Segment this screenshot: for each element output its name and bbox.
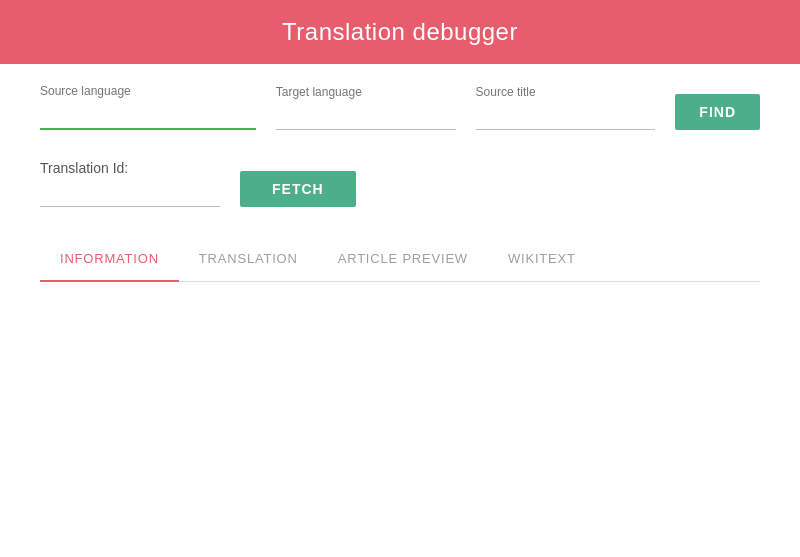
tab-information[interactable]: INFORMATION: [40, 237, 179, 282]
source-title-group: Source title: [476, 85, 656, 130]
header: Translation debugger: [0, 0, 800, 64]
page-title: Translation debugger: [0, 18, 800, 46]
source-language-group: Source language: [40, 84, 256, 130]
target-language-group: Target language: [276, 85, 456, 130]
source-title-input[interactable]: [476, 105, 656, 130]
target-language-label: Target language: [276, 85, 456, 99]
tab-article-preview[interactable]: ARTICLE PREVIEW: [318, 237, 488, 282]
search-row: Source language Target language Source t…: [40, 84, 760, 130]
translation-id-group: Translation Id:: [40, 160, 220, 207]
tab-translation[interactable]: TRANSLATION: [179, 237, 318, 282]
tab-content: [40, 282, 760, 322]
fetch-row: Translation Id: FETCH: [40, 160, 760, 207]
tabs-row: INFORMATION TRANSLATION ARTICLE PREVIEW …: [40, 237, 760, 282]
translation-id-label: Translation Id:: [40, 160, 220, 176]
source-title-label: Source title: [476, 85, 656, 99]
translation-id-input[interactable]: [40, 182, 220, 207]
target-language-input[interactable]: [276, 105, 456, 130]
find-button[interactable]: FIND: [675, 94, 760, 130]
main-content: Source language Target language Source t…: [0, 64, 800, 557]
app-container: Translation debugger Source language Tar…: [0, 0, 800, 557]
source-language-label: Source language: [40, 84, 256, 98]
fetch-button[interactable]: FETCH: [240, 171, 356, 207]
source-language-input[interactable]: [40, 104, 256, 130]
tab-wikitext[interactable]: WIKITEXT: [488, 237, 596, 282]
